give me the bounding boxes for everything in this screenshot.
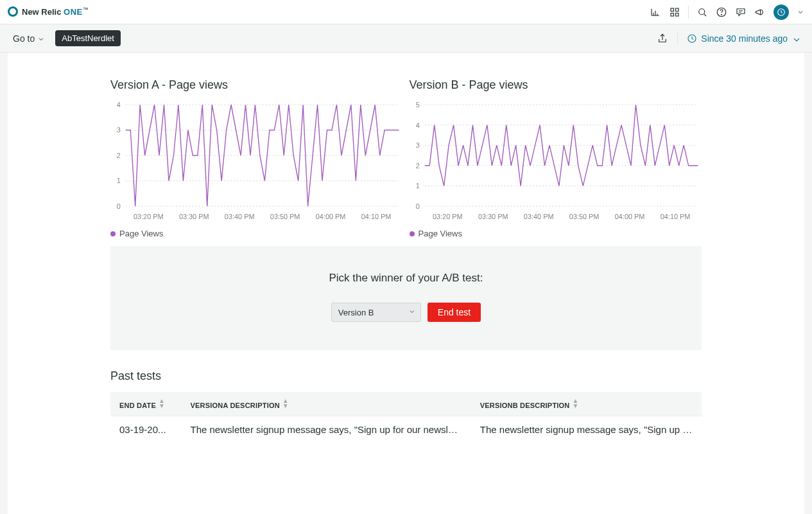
svg-text:04:10 PM: 04:10 PM [660,213,690,220]
user-avatar[interactable] [773,4,789,20]
svg-text:1: 1 [117,177,121,184]
header-actions [650,4,804,20]
chevron-down-icon [37,35,45,42]
chart-a: Version A - Page views 0123403:20 PM03:3… [110,78,403,238]
sort-icon: ▲▼ [572,398,578,409]
svg-text:2: 2 [117,152,121,159]
brand-logo[interactable]: New Relic ONE™ [8,6,89,17]
share-icon[interactable] [657,33,668,44]
svg-text:04:10 PM: 04:10 PM [361,213,392,220]
timerange-label: Since 30 minutes ago [701,33,788,44]
announce-icon[interactable] [754,6,766,18]
table-header-row: END DATE▲▼ VERSIONA DESCRIPTION▲▼ VERSIO… [110,392,702,416]
chart-b: Version B - Page views 01234503:20 PM03:… [410,78,702,238]
svg-point-4 [699,8,705,14]
svg-text:2: 2 [415,162,419,170]
chart-icon[interactable] [650,6,661,18]
sort-icon: ▲▼ [282,398,289,409]
apps-grid-icon[interactable] [669,6,680,18]
svg-text:0: 0 [117,202,121,210]
sub-header: Go to AbTestNerdlet Since 30 minutes ago [0,24,812,53]
chevron-down-icon [791,35,799,42]
global-header: New Relic ONE™ [0,0,812,24]
goto-label: Go to [13,33,35,44]
table-row[interactable]: 03-19-20...The newsletter signup message… [110,416,702,443]
end-test-button[interactable]: End test [428,303,481,322]
legend-label: Page Views [419,229,462,238]
past-tests-table: END DATE▲▼ VERSIONA DESCRIPTION▲▼ VERSIO… [110,392,702,443]
svg-text:4: 4 [415,121,419,129]
svg-text:03:30 PM: 03:30 PM [179,213,209,220]
version-select[interactable]: Version B [331,303,421,322]
chart-a-legend: Page Views [110,229,403,238]
chart-b-plot: 01234503:20 PM03:30 PM03:40 PM03:50 PM04… [410,101,702,223]
legend-dot-icon [410,231,415,236]
table-cell: 03-19-20... [110,416,182,443]
legend-label: Page Views [119,229,163,238]
winner-controls: Version B End test [110,303,702,322]
charts-row: Version A - Page views 0123403:20 PM03:3… [110,78,702,238]
brand-name: New Relic [22,8,61,17]
svg-text:03:40 PM: 03:40 PM [225,213,255,220]
col-version-b[interactable]: VERSIONB DESCRIPTION▲▼ [471,392,702,416]
goto-dropdown[interactable]: Go to [13,33,45,44]
svg-rect-2 [671,13,674,16]
legend-dot-icon [110,231,116,236]
svg-rect-3 [676,13,679,16]
sub-header-right: Since 30 minutes ago [657,32,799,45]
col-end-date[interactable]: END DATE▲▼ [110,392,182,416]
feedback-icon[interactable] [735,6,747,18]
nerdlet-name-pill: AbTestNerdlet [55,30,121,46]
svg-rect-1 [676,8,679,12]
svg-text:3: 3 [117,126,121,134]
chart-b-title: Version B - Page views [410,78,702,92]
svg-text:03:20 PM: 03:20 PM [134,213,164,220]
svg-text:04:00 PM: 04:00 PM [614,213,644,220]
timerange-picker[interactable]: Since 30 minutes ago [687,33,799,44]
table-cell: The newsletter signup message says, "Sig… [471,416,702,443]
chart-a-plot: 0123403:20 PM03:30 PM03:40 PM03:50 PM04:… [110,101,403,223]
svg-rect-0 [671,8,674,12]
svg-text:03:40 PM: 03:40 PM [523,213,553,220]
brand-tm: ™ [83,6,89,13]
brand-mark-icon [8,6,18,17]
svg-text:03:30 PM: 03:30 PM [478,213,508,220]
chevron-down-icon[interactable] [797,8,804,16]
clock-icon [687,33,697,44]
svg-text:0: 0 [415,202,419,210]
breadcrumb: Go to AbTestNerdlet [13,30,121,46]
svg-text:4: 4 [117,101,121,109]
main-card: Version A - Page views 0123403:20 PM03:3… [8,53,804,514]
chart-a-title: Version A - Page views [110,78,403,92]
svg-text:3: 3 [415,141,419,149]
svg-text:03:50 PM: 03:50 PM [270,213,300,220]
divider [688,6,689,19]
help-icon[interactable] [716,6,727,18]
chart-b-legend: Page Views [410,229,702,238]
svg-point-6 [721,14,722,15]
winner-title: Pick the winner of your A/B test: [110,272,702,285]
brand-suffix: ONE [64,8,83,17]
search-icon[interactable] [696,6,708,18]
svg-text:03:50 PM: 03:50 PM [569,213,599,220]
page-body: Version A - Page views 0123403:20 PM03:3… [0,53,812,514]
svg-text:04:00 PM: 04:00 PM [316,213,346,220]
col-version-a[interactable]: VERSIONA DESCRIPTION▲▼ [182,392,471,416]
version-select-input[interactable]: Version B [331,303,421,322]
table-cell: The newsletter signup message says, "Sig… [182,416,471,443]
past-tests-title: Past tests [110,369,702,383]
svg-text:1: 1 [415,182,419,190]
svg-text:03:20 PM: 03:20 PM [432,213,462,220]
sort-icon: ▲▼ [159,398,165,409]
svg-text:5: 5 [415,101,419,109]
winner-panel: Pick the winner of your A/B test: Versio… [110,246,702,350]
divider [677,32,678,45]
